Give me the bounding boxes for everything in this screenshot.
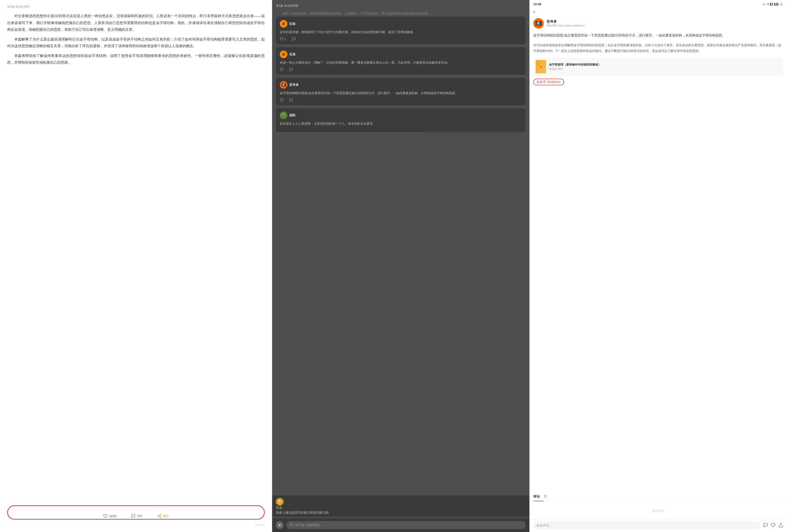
book-cover: [536, 60, 546, 73]
comment-actions-2: [280, 68, 522, 71]
paragraph-3: 本篇将帮助你了解如何将要表达的思想组织成金字塔结构，说明了使用金字塔原理能够检查…: [7, 52, 265, 66]
svg-point-1: [158, 515, 159, 517]
comment-card-2: 途 征途 表述一些让大家听进去，理解了，记住的东西很难，看一看是否能够让受众心头…: [276, 47, 526, 75]
back-button[interactable]: ‹: [533, 9, 535, 14]
comment-card-partial: 🌳 龚毅 其实基本上人人都需要，尤其是职场的每一个人。基本的职业化素养。: [276, 108, 526, 132]
svg-point-2: [160, 517, 161, 518]
footer-comment-icon[interactable]: [763, 523, 768, 529]
book-author: 芭芭拉·明托: [549, 67, 601, 71]
footer-share-icon[interactable]: [779, 523, 783, 529]
reading-panel: 第1篇 表达的逻辑 对文章阐述的思想作出疑问/回答式反应是人类的一种自然反应，没…: [0, 0, 272, 532]
status-icons: ● □ ▼ ▌▌ ▌▌▌ 🔋: [763, 3, 783, 6]
tabs-bar: 评论 赞: [529, 493, 787, 501]
article-main-text: 金字塔结构组织思想:由主要思想开始→下层思想通过疑问/回答的方式，进行展开。→如…: [533, 32, 783, 39]
avatar-1: 途: [280, 20, 288, 28]
tab-comments[interactable]: 评论: [533, 493, 544, 501]
avatar-3: 🏴‍☠️: [280, 81, 288, 89]
nav-bar: ‹: [529, 7, 787, 16]
comment-button[interactable]: 767: [127, 512, 146, 520]
username-3: 思考者: [289, 83, 299, 87]
comment-text-1: 这句话很关键，给我指明了不光只是学习沟通方面，还有在生活处理琐事方面，提供了思考…: [280, 29, 522, 35]
date-annotation: 发表于 2018/3/31: [533, 79, 783, 89]
tab-likes[interactable]: 赞: [544, 493, 551, 501]
comment-input-area[interactable]: 写下这一刻的想法...: [286, 521, 526, 529]
svg-point-0: [160, 514, 161, 515]
like-count-1: 1: [284, 38, 286, 41]
author-section: 🏴‍☠️ 思考者 我的博客:https://sykent.github.io/: [529, 16, 787, 31]
like-button[interactable]: 1626: [100, 512, 120, 520]
comment-input-field[interactable]: 发表评论...: [533, 522, 760, 530]
action-bar: 1626 767 813: [7, 508, 265, 523]
reply-action-1[interactable]: [292, 37, 296, 41]
paragraph-2: 本篇解释了为什么受众最容易理解和记住金字塔结构，以及组成金字塔的子结构之间如何互…: [7, 36, 265, 49]
avatar-2: 途: [280, 50, 288, 58]
book-card[interactable]: 金字塔原理（麦肯锡40年经典培训教材） 芭芭拉·明托: [533, 58, 783, 76]
username-partial: 龚毅: [289, 113, 296, 117]
avatar-partial: 🌳: [280, 112, 288, 119]
author-name: 思考者: [547, 20, 585, 24]
share-count: 813: [163, 514, 168, 518]
close-comments-button[interactable]: ✕: [276, 521, 283, 529]
author-avatar: 🏴‍☠️: [533, 18, 544, 29]
chapter-title-p1: 第1篇 表达的逻辑: [7, 5, 265, 9]
time-display: 10:48: [533, 2, 541, 6]
page-number: 17 / 414: [7, 523, 265, 527]
comment-input-icon: [290, 523, 293, 527]
username-1: 征途: [289, 22, 296, 26]
article-footer: 发表评论...: [529, 519, 787, 532]
comments-panel: 第1篇 表达的逻辑 类的一种自然反应，没有国籍和民族的区别。人类还有一个共同的特…: [272, 0, 530, 532]
status-bar: 10:48 ● □ ▼ ▌▌ ▌▌▌ 🔋: [529, 0, 787, 7]
svg-line-4: [159, 515, 160, 516]
footer-like-icon[interactable]: [771, 523, 775, 529]
no-comment-text: 暂无评论: [529, 503, 787, 519]
reply-action-3[interactable]: [289, 98, 293, 102]
article-sub-text: 你可以很容易地使受众理解用金字塔结构组织的思想：先从金字塔的最顶端开始，沿各个分…: [533, 42, 783, 54]
comment-text-partial: 其实基本上人人都需要，尤其是职场的每一个人。基本的职业化素养。: [280, 121, 522, 126]
article-text: 对文章阐述的思想作出疑问/回答式反应是人类的一种自然反应，没有国籍和民族的区别。…: [7, 13, 265, 508]
book-title: 金字塔原理（麦肯锡40年经典培训教材）: [549, 63, 601, 67]
comment-card-3: 🏴‍☠️ 思考者 金字塔结构组织思想:由主要思想开始→下层思想通过疑问/回答的方…: [276, 78, 526, 105]
like-action-1[interactable]: 1: [280, 37, 286, 41]
comment-count: 767: [137, 514, 142, 518]
paragraph-1: 对文章阐述的思想作出疑问/回答式反应是人类的一种自然反应，没有国籍和民族的区别。…: [7, 13, 265, 33]
like-action-3[interactable]: [280, 98, 283, 102]
comments-list: 途 征途 这句话很关键，给我指明了不光只是学习沟通方面，还有在生活处理琐事方面，…: [272, 17, 530, 515]
comment-input-bar: ✕ 写下这一刻的想法...: [272, 518, 530, 532]
publish-date: 发表于 2018/3/31: [533, 79, 564, 85]
comment-card-1: 途 征途 这句话很关键，给我指明了不光只是学习沟通方面，还有在生活处理琐事方面，…: [276, 17, 526, 44]
chapter-title-p2: 第1篇 表达的逻辑: [276, 4, 526, 8]
comment-actions-3: [280, 98, 522, 102]
username-2: 征途: [289, 52, 296, 57]
svg-line-3: [159, 516, 160, 517]
reply-action-2[interactable]: [289, 68, 293, 71]
comment-actions-1: 1: [280, 37, 522, 41]
share-button[interactable]: 813: [153, 512, 172, 520]
comment-text-3: 金字塔结构组织思想:由主要思想开始→下层思想通过疑问/回答的方式，进行展开。→如…: [280, 91, 522, 96]
comment-text-2: 表述一些让大家听进去，理解了，记住的东西很难，看一看是否能够让受众心头一震，引起…: [280, 60, 522, 65]
article-content: 金字塔结构组织思想:由主要思想开始→下层思想通过疑问/回答的方式，进行展开。→如…: [529, 31, 787, 493]
like-count: 1626: [109, 514, 116, 518]
author-bio: 我的博客:https://sykent.github.io/: [547, 24, 585, 27]
like-action-2[interactable]: [280, 68, 283, 71]
article-detail-panel: 10:48 ● □ ▼ ▌▌ ▌▌▌ 🔋 ‹ 🏴‍☠️ 思考者 我的博客:htt…: [529, 0, 787, 532]
comment-placeholder: 写下这一刻的想法...: [295, 523, 322, 527]
